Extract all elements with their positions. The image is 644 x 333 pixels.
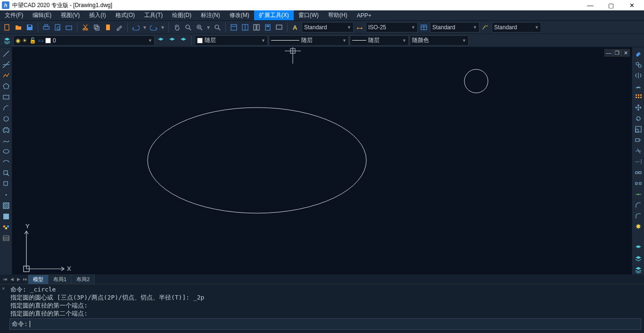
menu-view[interactable]: 视图(V): [56, 10, 84, 20]
layer-dropdown[interactable]: ◉ ☀ 🔓 ▭ 0 ▼: [13, 35, 155, 46]
extend-icon[interactable]: [634, 157, 643, 166]
line-icon[interactable]: [1, 49, 11, 58]
tab-nav-prev[interactable]: ◀: [8, 276, 15, 283]
ellipse-arc-icon[interactable]: [1, 158, 11, 167]
tab-model[interactable]: 模型: [28, 275, 49, 284]
mleader-style-icon[interactable]: [480, 22, 491, 33]
properties-icon[interactable]: [229, 22, 239, 33]
break-at-point-icon[interactable]: [634, 168, 643, 177]
make-block-icon[interactable]: [1, 179, 11, 189]
hatch-icon[interactable]: [1, 201, 11, 210]
menu-ext-tools[interactable]: 扩展工具(X): [254, 10, 294, 20]
plotstyle-dropdown[interactable]: 随颜色 ▼: [410, 35, 469, 46]
explode-icon[interactable]: [634, 222, 643, 232]
print-icon[interactable]: [41, 22, 51, 33]
menu-modify[interactable]: 修改(M): [225, 10, 254, 20]
polyline-icon[interactable]: [1, 71, 11, 80]
point-icon[interactable]: [1, 190, 11, 200]
rectangle-icon[interactable]: [1, 92, 11, 102]
fillet-icon[interactable]: [634, 211, 643, 221]
paste-icon[interactable]: [103, 22, 113, 33]
layer-tool1-icon[interactable]: [634, 243, 643, 253]
tab-nav-last[interactable]: ⏭: [22, 276, 28, 283]
layer-tool3-icon[interactable]: [634, 265, 643, 275]
zoom-dropdown-icon[interactable]: ▾: [206, 22, 211, 33]
command-close-icon[interactable]: ×: [2, 285, 5, 291]
color-dropdown[interactable]: 随层 ▼: [195, 35, 268, 46]
maximize-button[interactable]: ▢: [601, 0, 621, 10]
layer-states-icon[interactable]: [167, 35, 177, 46]
undo-icon[interactable]: [131, 22, 141, 33]
break-icon[interactable]: [634, 179, 643, 188]
tab-layout1[interactable]: 布局1: [48, 275, 72, 284]
drawing-canvas[interactable]: — ❐ ✕ Y X: [12, 47, 632, 275]
circle-icon[interactable]: [1, 114, 11, 124]
text-style-dropdown[interactable]: Standard▼: [302, 22, 354, 33]
publish-icon[interactable]: [64, 22, 74, 33]
zoom-previous-icon[interactable]: [212, 22, 223, 33]
spline-icon[interactable]: [1, 136, 11, 145]
new-file-icon[interactable]: [2, 22, 12, 33]
linetype-dropdown[interactable]: 随层 ▼: [269, 35, 349, 46]
join-icon[interactable]: [634, 190, 643, 199]
lineweight-dropdown[interactable]: 随层 ▼: [350, 35, 409, 46]
mirror-icon[interactable]: [634, 71, 643, 80]
menu-insert[interactable]: 插入(I): [84, 10, 110, 20]
cut-icon[interactable]: [80, 22, 91, 33]
table-icon[interactable]: [1, 233, 11, 243]
tab-nav-first[interactable]: ⏮: [2, 276, 8, 283]
erase-icon[interactable]: [634, 49, 643, 58]
layer-previous-icon[interactable]: [156, 35, 166, 46]
text-style-icon[interactable]: A: [290, 22, 301, 33]
dim-style-dropdown[interactable]: ISO-25▼: [366, 22, 418, 33]
tab-nav-next[interactable]: ▶: [15, 276, 22, 283]
menu-help[interactable]: 帮助(H): [323, 10, 352, 20]
dim-style-icon[interactable]: [355, 22, 365, 33]
table-style-icon[interactable]: [419, 22, 429, 33]
chamfer-icon[interactable]: [634, 200, 643, 210]
match-prop-icon[interactable]: [114, 22, 124, 33]
redo-icon[interactable]: [149, 22, 159, 33]
insert-block-icon[interactable]: [1, 168, 11, 178]
construction-line-icon[interactable]: [1, 60, 11, 69]
menu-app[interactable]: APP+: [352, 10, 376, 20]
calculator-icon[interactable]: [263, 22, 273, 33]
minimize-button[interactable]: —: [580, 0, 601, 10]
zoom-realtime-icon[interactable]: [183, 22, 193, 33]
move-icon[interactable]: [634, 103, 643, 113]
close-button[interactable]: ✕: [621, 0, 642, 10]
table-style-dropdown[interactable]: Standard▼: [430, 22, 479, 33]
offset-icon[interactable]: [634, 82, 643, 91]
menu-window[interactable]: 窗口(W): [294, 10, 323, 20]
copy-obj-icon[interactable]: [634, 60, 643, 69]
pan-icon[interactable]: [172, 22, 182, 33]
trim-icon[interactable]: [634, 146, 643, 156]
menu-file[interactable]: 文件(F): [0, 10, 28, 20]
command-input[interactable]: 命令:: [9, 318, 641, 330]
zoom-window-icon[interactable]: [194, 22, 205, 33]
revision-cloud-icon[interactable]: [1, 125, 11, 134]
save-icon[interactable]: [25, 22, 35, 33]
layer-tool2-icon[interactable]: [634, 254, 643, 264]
design-center-icon[interactable]: [240, 22, 250, 33]
ellipse-icon[interactable]: [1, 147, 11, 156]
stretch-icon[interactable]: [634, 135, 643, 145]
array-icon[interactable]: [634, 92, 643, 102]
menu-format[interactable]: 格式(O): [111, 10, 140, 20]
layer-iso-icon[interactable]: [178, 35, 189, 46]
tool-palettes-icon[interactable]: [251, 22, 262, 33]
print-preview-icon[interactable]: [52, 22, 63, 33]
cleanscreen-icon[interactable]: [274, 22, 284, 33]
scale-icon[interactable]: [634, 125, 643, 134]
layer-manager-icon[interactable]: [2, 35, 12, 46]
mleader-style-dropdown[interactable]: Standard▼: [492, 22, 541, 33]
rotate-icon[interactable]: [634, 114, 643, 123]
undo-dropdown-icon[interactable]: ▾: [142, 22, 148, 33]
menu-draw[interactable]: 绘图(D): [167, 10, 196, 20]
copy-icon[interactable]: [91, 22, 102, 33]
menu-tools[interactable]: 工具(T): [140, 10, 167, 20]
gradient-icon[interactable]: [1, 212, 11, 221]
redo-dropdown-icon[interactable]: ▾: [160, 22, 165, 33]
tab-layout2[interactable]: 布局2: [71, 275, 95, 284]
region-icon[interactable]: [1, 223, 11, 232]
